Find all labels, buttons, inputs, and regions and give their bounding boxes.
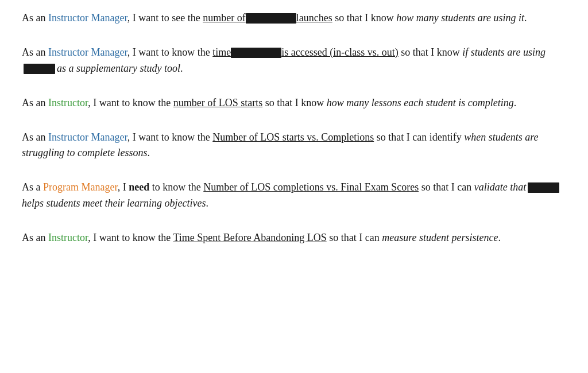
role-instructor-1: Instructor bbox=[48, 97, 88, 108]
role-instructor-2: Instructor bbox=[48, 232, 88, 243]
story-block-1: As an Instructor Manager, I want to see … bbox=[22, 10, 566, 26]
redacted-block-3 bbox=[24, 64, 55, 74]
story-text-5: As a Program Manager, I need to know the… bbox=[22, 180, 566, 212]
underlined-text-3: number of LOS starts bbox=[173, 97, 262, 108]
story-text-4: As an Instructor Manager, I want to know… bbox=[22, 130, 566, 162]
role-instructor-manager: Instructor Manager bbox=[48, 12, 127, 24]
story-text-3: As an Instructor, I want to know the num… bbox=[22, 95, 566, 111]
underlined-text: number of launches bbox=[203, 12, 332, 24]
role-instructor-manager-2: Instructor Manager bbox=[48, 46, 127, 58]
story-text-6: As an Instructor, I want to know the Tim… bbox=[22, 230, 566, 246]
redacted-block-2 bbox=[231, 48, 281, 58]
italic-text-6: measure student persistence bbox=[382, 232, 498, 243]
story-text-1: As an Instructor Manager, I want to see … bbox=[22, 10, 566, 26]
role-program-manager: Program Manager bbox=[43, 181, 118, 193]
underlined-text-4: Number of LOS starts vs. Completions bbox=[212, 131, 374, 143]
story-block-6: As an Instructor, I want to know the Tim… bbox=[22, 230, 566, 246]
story-block-2: As an Instructor Manager, I want to know… bbox=[22, 45, 566, 77]
italic-text: how many students are using it bbox=[396, 12, 524, 24]
role-instructor-manager-3: Instructor Manager bbox=[48, 131, 127, 143]
story-block-4: As an Instructor Manager, I want to know… bbox=[22, 130, 566, 162]
bold-text: need bbox=[129, 181, 149, 193]
underlined-text-5: Number of LOS completions vs. Final Exam… bbox=[203, 181, 419, 193]
underlined-text-6: Time Spent Before Abandoning LOS bbox=[173, 232, 326, 243]
stories-container: As an Instructor Manager, I want to see … bbox=[22, 10, 566, 246]
underlined-text-2: time is accessed (in-class vs. out) bbox=[212, 46, 398, 58]
italic-text-3: how many lessons each student is complet… bbox=[327, 97, 514, 108]
story-block-3: As an Instructor, I want to know the num… bbox=[22, 95, 566, 111]
story-block-5: As a Program Manager, I need to know the… bbox=[22, 180, 566, 212]
story-text-2: As an Instructor Manager, I want to know… bbox=[22, 45, 566, 77]
redacted-block bbox=[246, 13, 296, 24]
redacted-block-4 bbox=[528, 182, 559, 193]
